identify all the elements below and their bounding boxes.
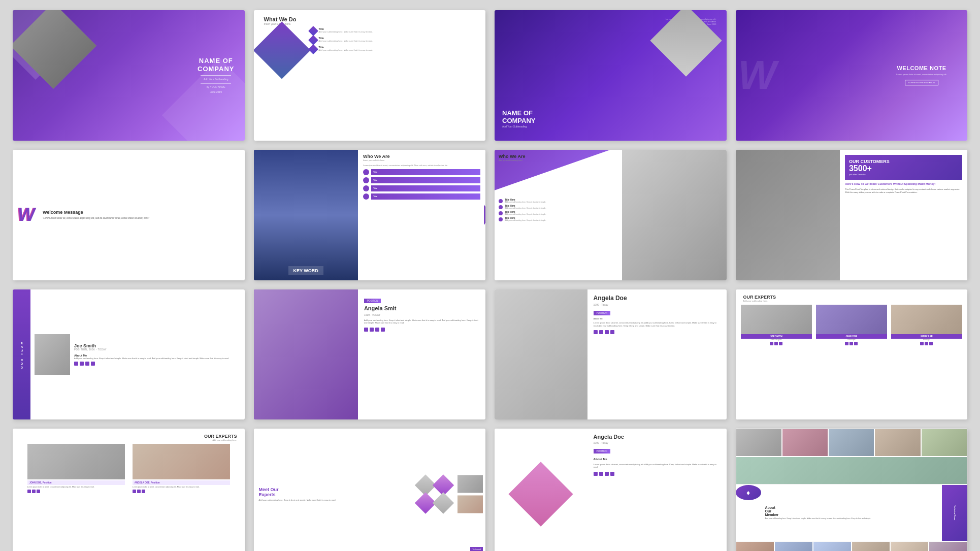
slide6-left: KEY WORD [254, 150, 358, 280]
slide6-item4: Title [363, 193, 480, 200]
slide-welcome-message[interactable]: W Welcome Message "Lorem ipsum dolor sit… [13, 150, 245, 280]
slide8-number: 3500+ [849, 164, 958, 173]
slide16-ph1 [736, 429, 782, 457]
slide12-expert3-icon2 [925, 342, 928, 345]
slide6-item3: Title [363, 185, 480, 191]
slide-welcome-note[interactable]: W WELCOME NOTE Lorem ipsum dolor sit ame… [736, 10, 968, 141]
slide12-expert1-icon3 [779, 342, 782, 345]
slide16-ph2 [782, 429, 828, 457]
slide6-arrow [484, 205, 485, 225]
slide12-title: OUR EXPERTS [743, 295, 960, 300]
slide14-diamond4 [432, 492, 453, 513]
slide11-name: Angela Doe [594, 295, 721, 302]
slide7-item3-desc: Add your subheading here. Keep it short … [505, 213, 546, 215]
slide6-item2-title: Title [373, 179, 377, 181]
slide8-headline: Here's How To Get More Customers Without… [845, 182, 962, 186]
slide2-body: Title Add your subheading here. Make sur… [254, 27, 486, 73]
slide9-member-info: Joe Smith POSITION, 2006 - TODAY About M… [74, 343, 241, 366]
slide7-item4-dot [499, 217, 503, 221]
slide15-icon-fb [594, 472, 598, 476]
slide-angela-doe[interactable]: Angela Doe 1999 - Today POSITION About M… [495, 289, 727, 420]
slide-angela-doe-2[interactable]: Angela Doe 1999 - Today POSITION About M… [495, 429, 727, 551]
slide2-items: Title Add your subheading here. Make sur… [310, 27, 481, 73]
slide6-item1-icon [363, 169, 369, 175]
slide14-left: Meet Our Experts Add your subheading her… [259, 487, 340, 501]
slide13-header: OUR EXPERTS Add your subheading here. [13, 429, 245, 444]
slide10-position-badge: POSITION [364, 299, 381, 303]
slide6-item2-icon [363, 177, 369, 183]
slide14-tech-label: Technical Team [470, 547, 483, 551]
slide16-ph6 [736, 457, 968, 484]
slide16-about-label: About Our Member [765, 506, 938, 516]
slide4-btn[interactable]: BUSINESS PRESENTATION [905, 80, 938, 85]
slide10-photo [254, 289, 358, 420]
slide5-content: Welcome Message "Lorem ipsum dolor sit, … [40, 207, 240, 223]
slide4-lorem: Lorem ipsum dolor sit amet, consectetuer… [886, 74, 957, 77]
slide1-date: June 2019 [198, 90, 234, 93]
slide9-member-position: POSITION, 2006 - TODAY [74, 348, 241, 351]
slide9-social-icons [74, 362, 241, 366]
slide6-item4-title: Title [373, 195, 377, 198]
slide9-team-member: Joe Smith POSITION, 2006 - TODAY About M… [30, 289, 245, 420]
slide16-photos-bottom [736, 541, 968, 551]
slide-our-team[interactable]: OUR TEAM Joe Smith POSITION, 2006 - TODA… [13, 289, 245, 420]
slide10-name: Angela Smit [364, 305, 479, 311]
slide6-item4-bar: Title [371, 193, 480, 200]
slide7-item1-text: Title Here Add your subheading here. Kee… [505, 199, 546, 203]
slide-meet-our-experts[interactable]: Meet Our Experts Add your subheading her… [254, 429, 486, 551]
slide6-city-bg [254, 150, 358, 280]
slide15-name: Angela Doe [594, 434, 721, 440]
slide6-subtitle: Insert your subtitle here. [363, 159, 480, 161]
slide9-member-name: Joe Smith [74, 343, 241, 348]
slide-company-2[interactable]: Lorem ipsum dolor sit amet, consectetuer… [495, 10, 727, 141]
slide15-icon-tw [599, 472, 603, 476]
slide8-title: OUR CUSTOMERS [849, 159, 958, 164]
slide12-expert3-name: MARK LEE [891, 334, 962, 339]
slide12-expert2-icon1 [845, 342, 848, 345]
slide12-expert2: JANE DOE Developer [816, 305, 887, 345]
slide7-item1: Title Here Add your subheading here. Kee… [499, 199, 723, 203]
slide-who-we-are-photo[interactable]: Who We Are Add your subheading here Titl… [495, 150, 727, 280]
slide4-title: WELCOME NOTE [886, 66, 957, 72]
slide12-expert1-name: JOE SMITH [741, 334, 812, 339]
slide7-item1-desc: Add your subheading here. Keep it short … [505, 201, 546, 203]
slide-our-experts-2[interactable]: OUR EXPERTS Add your subheading here. JO… [13, 429, 245, 551]
slide6-item2-bar: Title [371, 177, 480, 183]
slide-about-our-member[interactable]: ♦ About Our Member Add your subheading h… [736, 429, 968, 551]
slide6-item1: Title [363, 169, 480, 175]
slide2-item3-desc: Add your subheading here. Make sure that… [319, 49, 373, 51]
slide2-photo-diamond [254, 21, 311, 79]
slide-what-we-do[interactable]: What We Do Insert your subtitle here. Ti… [254, 10, 486, 141]
slide7-title: Who We Are [499, 154, 723, 159]
slide11-right: Angela Doe 1999 - Today POSITION About M… [587, 289, 727, 420]
slide-who-we-are-keyword[interactable]: KEY WORD Who We Are Insert your subtitle… [254, 150, 486, 280]
slide2-header: What We Do Insert your subtitle here. [254, 10, 486, 27]
slide8-overlay: OUR CUSTOMERS 3500+ just after 3 months … [840, 150, 967, 280]
slide12-subtitle: Add your subheading here. [743, 300, 960, 302]
slide-angela-smit[interactable]: POSITION Angela Smit 1999 - TODAY Add yo… [254, 289, 486, 420]
slide2-item3-text: Title Add your subheading here. Make sur… [319, 46, 373, 51]
slide11-photo [495, 289, 587, 420]
slide11-social-icons [594, 330, 721, 334]
slide-our-customers[interactable]: OUR CUSTOMERS 3500+ just after 3 months … [736, 150, 968, 280]
slide16-ph10 [852, 541, 890, 551]
slide16-ph8 [774, 541, 813, 551]
slide11-icon-fb [594, 330, 598, 334]
slide13-member1-name: JOHN DOE, Position [27, 480, 125, 485]
slides-grid: NAME OF COMPANY Add Your Subheading by Y… [13, 10, 967, 551]
slide9-icon-tw [80, 362, 84, 366]
slide2-photo-area [259, 27, 305, 73]
slide9-member-photo [35, 334, 70, 375]
slide12-expert1-icon2 [774, 342, 778, 345]
slide-title-company[interactable]: NAME OF COMPANY Add Your Subheading by Y… [13, 10, 245, 141]
slide10-about: Add your subheading here. Keep it short … [364, 319, 479, 325]
slide7-item4-text: Title Here Add your subheading here. Kee… [505, 217, 546, 221]
slide7-item2-dot [499, 205, 503, 209]
slide15-icon-li [610, 472, 614, 476]
slide7-subtitle: Add your subheading here [499, 159, 723, 161]
slide12-expert2-name: JANE DOE [816, 334, 887, 339]
slide7-items: Title Here Add your subheading here. Kee… [495, 196, 727, 225]
slide-our-experts-list[interactable]: OUR EXPERTS Add your subheading here. JO… [736, 289, 968, 420]
slide2-item-1: Title Add your subheading here. Make sur… [310, 27, 481, 35]
slide1-content: NAME OF COMPANY Add Your Subheading by Y… [198, 57, 234, 93]
